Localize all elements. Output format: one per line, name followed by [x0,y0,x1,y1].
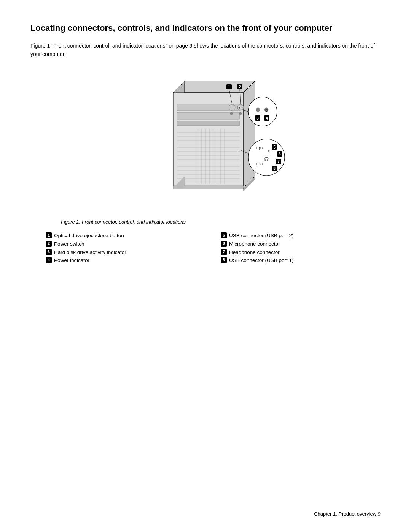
svg-point-41 [256,108,260,112]
svg-text:🎙: 🎙 [268,149,271,153]
figure-caption: Figure 1. Front connector, control, and … [30,219,381,225]
legend-label-3: Hard disk drive activity indicator [54,248,126,257]
legend-item-5: 5 USB connector (USB port 2) [221,232,381,240]
svg-text:USB: USB [256,162,263,166]
legend-item-2: 2 Power switch [46,240,206,248]
legend-badge-5: 5 [221,232,227,238]
svg-text:7: 7 [277,160,280,164]
svg-text:6: 6 [279,152,281,156]
intro-paragraph: Figure 1 "Front connector, control, and … [30,42,381,59]
svg-point-29 [229,104,235,110]
computer-diagram: ⏻ 1 2 ⏻ 3 4 ⬆ USB 🎙 [114,70,297,214]
svg-text:2: 2 [239,85,241,89]
legend-item-7: 7 Headphone connector [221,248,381,257]
legend-badge-4: 4 [46,257,52,263]
svg-rect-6 [177,121,240,126]
svg-marker-3 [244,81,255,188]
legend-item-1: 1 Optical drive eject/close button [46,232,206,240]
legend-label-8: USB connector (USB port 1) [229,256,294,265]
svg-text:⏻: ⏻ [239,106,243,110]
svg-text:USB: USB [256,146,263,150]
legend-item-6: 6 Microphone connector [221,240,381,248]
legend-item-4: 4 Power indicator [46,256,206,265]
legend: 1 Optical drive eject/close button 2 Pow… [30,232,381,264]
legend-badge-7: 7 [221,249,227,255]
figure-container: ⏻ 1 2 ⏻ 3 4 ⬆ USB 🎙 [30,70,381,214]
svg-text:🎧: 🎧 [264,157,269,161]
svg-text:5: 5 [273,145,276,149]
svg-text:⏻: ⏻ [265,109,268,112]
legend-label-2: Power switch [54,240,84,248]
legend-badge-2: 2 [46,241,52,247]
svg-point-32 [230,112,233,115]
legend-label-7: Headphone connector [229,248,280,257]
svg-marker-0 [173,81,255,93]
page-title: Locating connectors, controls, and indic… [30,23,381,34]
page-footer: Chapter 1. Product overview 9 [314,511,381,517]
legend-right: 5 USB connector (USB port 2) 6 Microphon… [221,232,381,264]
legend-label-4: Power indicator [54,256,89,265]
legend-label-6: Microphone connector [229,240,280,248]
legend-badge-8: 8 [221,257,227,263]
legend-badge-6: 6 [221,241,227,247]
legend-item-8: 8 USB connector (USB port 1) [221,256,381,265]
legend-item-3: 3 Hard disk drive activity indicator [46,248,206,257]
legend-label-1: Optical drive eject/close button [54,232,124,240]
svg-point-33 [239,112,242,115]
legend-label-5: USB connector (USB port 2) [229,232,294,240]
svg-text:3: 3 [256,116,259,120]
svg-text:4: 4 [266,116,268,120]
legend-badge-1: 1 [46,232,52,238]
legend-badge-3: 3 [46,249,52,255]
svg-text:1: 1 [228,85,230,89]
legend-left: 1 Optical drive eject/close button 2 Pow… [46,232,206,264]
svg-text:8: 8 [273,166,276,171]
svg-point-40 [248,97,277,126]
